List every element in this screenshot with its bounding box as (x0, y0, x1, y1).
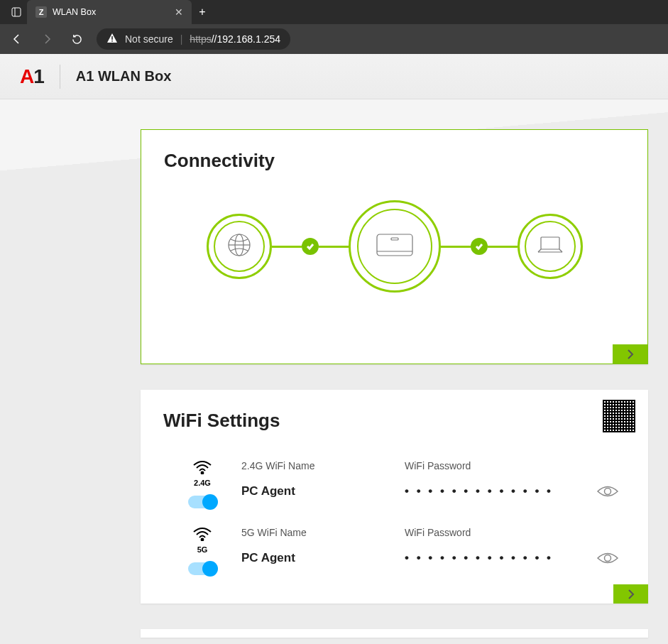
svg-rect-3 (111, 40, 113, 42)
not-secure-label: Not secure (125, 33, 173, 45)
svg-rect-2 (111, 36, 113, 40)
wifi-password-value: • • • • • • • • • • • • • (405, 484, 596, 498)
forward-button[interactable] (37, 29, 57, 49)
back-button[interactable] (7, 29, 27, 49)
laptop-icon (535, 234, 565, 258)
link-line (488, 246, 518, 248)
svg-point-11 (202, 472, 204, 474)
connectivity-card: Connectivity (141, 129, 648, 364)
url-field[interactable]: Not secure | https//192.168.1.254 (97, 28, 290, 50)
show-password-button[interactable] (596, 550, 639, 569)
globe-icon (225, 231, 253, 262)
device-node (518, 214, 583, 279)
wifi-name-value: PC Agent (241, 484, 405, 498)
close-tab-icon[interactable]: ✕ (175, 6, 183, 18)
show-password-button[interactable] (596, 484, 639, 502)
wifi-band-24g: 2.4G (163, 460, 241, 508)
connectivity-diagram (164, 200, 625, 293)
not-secure-icon (106, 33, 118, 46)
wifi-name-label: 5G WiFi Name (241, 527, 405, 538)
url-host: //192.168.1.254 (212, 33, 280, 45)
svg-point-12 (605, 489, 611, 495)
wifi-settings-card: WiFi Settings 2.4G 2.4G WiFi Name PC Age… (141, 390, 648, 604)
connectivity-title: Connectivity (164, 150, 625, 172)
refresh-button[interactable] (67, 29, 87, 49)
tab-actions-button[interactable] (6, 1, 27, 23)
wifi-icon (192, 527, 212, 541)
wifi-password-label: WiFi Password (405, 527, 596, 538)
url-separator: | (180, 33, 183, 45)
link-line (272, 246, 302, 248)
wifi-name-value: PC Agent (241, 551, 405, 565)
tab-title: WLAN Box (53, 7, 169, 17)
svg-rect-10 (541, 237, 559, 249)
header-divider (60, 65, 60, 89)
wifi-password-value: • • • • • • • • • • • • • (405, 551, 596, 565)
content: Connectivity (0, 99, 668, 638)
wifi-row-5g: 5G 5G WiFi Name PC Agent WiFi Password •… (163, 527, 625, 575)
expand-connectivity-button[interactable] (613, 344, 647, 364)
wifi-5g-toggle[interactable] (188, 562, 217, 575)
page: A1 A1 WLAN Box Connectivity (0, 54, 668, 644)
router-node (349, 200, 441, 293)
svg-rect-0 (12, 8, 21, 16)
next-card-peek (141, 629, 648, 638)
link-line (319, 246, 349, 248)
svg-point-14 (605, 555, 611, 562)
page-header: A1 A1 WLAN Box (0, 54, 668, 99)
wifi-24g-toggle[interactable] (188, 496, 217, 508)
new-tab-button[interactable]: + (192, 6, 213, 18)
internet-node (207, 214, 272, 279)
page-title: A1 WLAN Box (76, 68, 171, 84)
svg-rect-9 (391, 238, 398, 240)
wifi-band-5g: 5G (163, 527, 241, 575)
browser-chrome: Z WLAN Box ✕ + Not secure | https//192.1… (0, 0, 668, 54)
wifi-row-24g: 2.4G 2.4G WiFi Name PC Agent WiFi Passwo… (163, 460, 625, 508)
svg-point-13 (202, 539, 204, 541)
address-bar: Not secure | https//192.168.1.254 (0, 24, 668, 54)
band-label: 2.4G (194, 479, 211, 487)
check-icon (471, 238, 488, 255)
link-line (441, 246, 471, 248)
wifi-settings-title: WiFi Settings (163, 410, 625, 432)
url-protocol: https (190, 33, 211, 45)
wifi-password-label: WiFi Password (405, 460, 596, 471)
router-icon (373, 230, 417, 263)
qr-code-icon[interactable] (603, 400, 635, 432)
expand-wifi-button[interactable] (613, 584, 648, 604)
band-label: 5G (197, 545, 208, 554)
a1-logo: A1 (20, 65, 44, 88)
browser-tab[interactable]: Z WLAN Box ✕ (27, 0, 192, 24)
tab-bar: Z WLAN Box ✕ + (0, 0, 668, 24)
check-icon (302, 238, 319, 255)
wifi-name-label: 2.4G WiFi Name (241, 460, 405, 471)
wifi-icon (192, 460, 212, 474)
tab-favicon: Z (35, 6, 47, 18)
